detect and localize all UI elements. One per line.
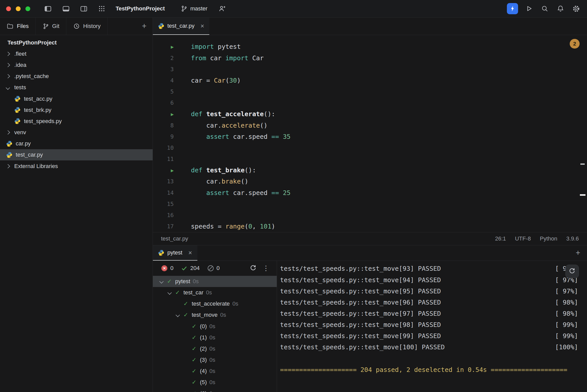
git-branch-selector[interactable]: master [181,5,208,12]
code-editor[interactable]: ▶import pytest2from car import Car34car … [153,35,587,232]
file-encoding[interactable]: UTF-8 [515,235,531,242]
passed-check-icon: ✓ [192,390,200,392]
file-tree-item-.pytest_cache[interactable]: .pytest_cache [0,71,153,82]
test-tree-item-test_car[interactable]: ✓test_car0s [153,287,277,298]
test-tree-item-test_move[interactable]: ✓test_move0s [153,309,277,321]
test-tree-item-(2)[interactable]: ✓(2)0s [153,343,277,354]
test-tree-item-pytest[interactable]: ✓pytest0s [153,276,277,287]
code-line: ▶def test_brake(): [153,165,587,176]
test-console[interactable]: tests/test_speeds.py::test_move[93] PASS… [277,261,587,392]
ignored-filter[interactable]: 0 [207,265,220,272]
test-duration: 0s [232,300,238,307]
test-duration: 0s [209,379,215,386]
passed-filter[interactable]: 204 [181,265,200,272]
test-name-label: test_accelerate [192,300,230,307]
python-file-icon [14,96,21,102]
line-number: 17 [153,223,175,230]
line-number: 6 [153,100,175,106]
add-tool-window-button[interactable]: + [569,245,587,261]
chevron-right-icon[interactable] [6,164,10,168]
chevron-down-icon[interactable] [167,291,172,295]
chevron-down-icon[interactable] [159,279,164,284]
caret-position[interactable]: 26:1 [495,235,506,242]
workspaces-grid-icon[interactable] [97,4,107,13]
line-number: 13 [153,178,175,185]
minimize-window-button[interactable] [16,6,21,11]
test-tree-item-test_accelerate[interactable]: ✓test_accelerate0s [153,298,277,309]
failed-filter[interactable]: 0 [161,265,173,272]
run-test-gutter-icon[interactable]: ▶ [153,167,175,173]
toggle-right-panel-icon[interactable] [79,4,89,13]
chevron-right-icon[interactable] [6,52,10,56]
passed-check-icon: ✓ [192,323,200,330]
editor-status-bar: test_car.py 26:1 UTF-8 Python 3.9.6 [153,232,587,245]
smart-mode-lightning-button[interactable] [507,3,518,14]
test-tree-item-(3)[interactable]: ✓(3)0s [153,354,277,366]
file-tree-item-.fleet[interactable]: .fleet [0,48,153,59]
line-number: 4 [153,77,175,84]
fleet-window: TestPythonProject master [0,0,587,392]
file-tree-item-test_car.py[interactable]: test_car.py [0,149,153,160]
line-number: 2 [153,55,175,61]
test-tree-item-(5)[interactable]: ✓(5)0s [153,377,277,388]
run-test-gutter-icon[interactable]: ▶ [153,111,175,117]
close-window-button[interactable] [6,6,11,11]
code-text: from car import Car [191,54,264,62]
rerun-tests-button[interactable] [250,265,257,272]
file-tree-item-.idea[interactable]: .idea [0,59,153,71]
code-line: ▶def test_accelerate(): [153,109,587,120]
line-number: 8 [153,122,175,129]
file-tree-item-test_brk.py[interactable]: test_brk.py [0,104,153,116]
notifications-bell-icon[interactable] [555,4,565,13]
code-text: car = Car(30) [191,77,241,84]
file-tree-item-tests[interactable]: tests [0,82,153,93]
tab-history[interactable]: History [66,18,108,35]
add-tool-tab-button[interactable]: + [136,18,152,35]
chevron-right-icon[interactable] [6,74,10,79]
problems-count-badge[interactable]: 2 [570,39,579,49]
file-tree-item-car.py[interactable]: car.py [0,138,153,149]
close-icon[interactable]: × [200,22,204,30]
line-number: 3 [153,66,175,72]
test-tree-item-(1)[interactable]: ✓(1)0s [153,332,277,343]
file-tree-item-test_acc.py[interactable]: test_acc.py [0,93,153,104]
console-line: tests/test_speeds.py::test_move[93] PASS… [277,263,587,274]
test-tree-item-(4)[interactable]: ✓(4)0s [153,366,277,377]
run-icon[interactable] [524,4,534,13]
close-icon[interactable]: × [188,249,192,257]
test-tree-item-(0)[interactable]: ✓(0)0s [153,321,277,332]
chevron-down-icon[interactable] [6,85,10,90]
search-icon[interactable] [540,4,550,13]
toggle-bottom-panel-icon[interactable] [61,4,71,13]
test-duration: 0s [193,278,199,285]
file-name-label: car.py [16,140,31,147]
chevron-right-icon[interactable] [6,130,10,135]
chevron-down-icon[interactable] [176,313,180,317]
tab-git[interactable]: Git [36,18,66,35]
test-tree-item-(6)[interactable]: ✓(6)0s [153,388,277,392]
tool-tab-pytest[interactable]: pytest × [153,245,197,261]
maximize-window-button[interactable] [25,6,30,11]
file-tree-item-venv[interactable]: venv [0,127,153,138]
run-test-gutter-icon[interactable]: ▶ [153,43,175,50]
settings-gear-icon[interactable] [571,4,581,13]
file-tree-item-External Libraries[interactable]: External Libraries [0,160,153,172]
code-text: def test_brake(): [191,167,256,174]
add-collaborator-icon[interactable] [217,4,227,13]
chevron-right-icon[interactable] [6,63,10,67]
passed-check-icon: ✓ [192,368,200,374]
tab-files[interactable]: Files [0,18,36,35]
console-rerun-button[interactable] [565,265,579,278]
ignored-count: 0 [216,265,219,272]
failed-icon [161,265,168,272]
interpreter-version[interactable]: 3.9.6 [566,235,579,242]
file-language[interactable]: Python [540,235,557,242]
more-options-kebab-icon[interactable]: ⋮ [262,264,269,272]
code-text: assert car.speed == 25 [191,189,291,197]
toggle-left-panel-icon[interactable] [43,4,53,13]
console-line: tests/test_speeds.py::test_move[100] PAS… [277,342,587,353]
test-duration: 0s [220,312,226,318]
file-name-label: test_brk.py [24,107,51,113]
editor-tab-test_car[interactable]: test_car.py × [153,18,210,35]
file-tree-item-test_speeds.py[interactable]: test_speeds.py [0,116,153,127]
